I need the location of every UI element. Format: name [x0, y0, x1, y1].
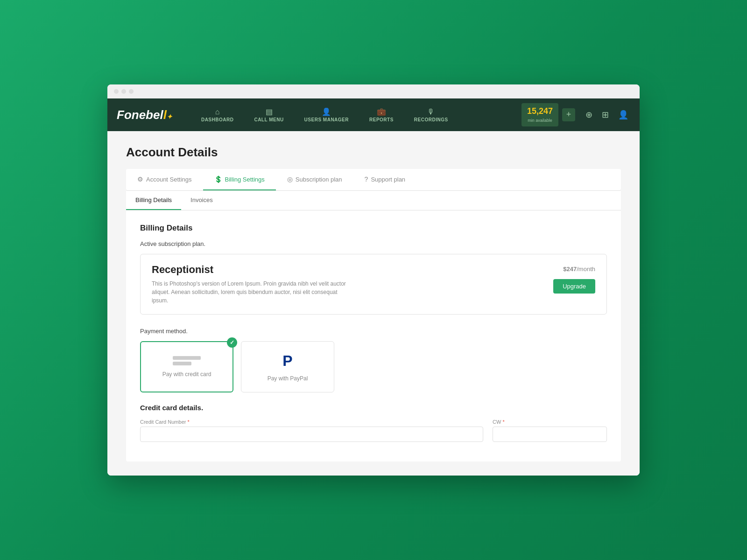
cc-number-label: Credit Card Number * — [140, 419, 483, 425]
plan-name: Receptionist — [152, 264, 348, 276]
nav-items: ⌂ DASHBOARD ▤ CALL MENU 👤 USERS MANAGER … — [191, 98, 521, 131]
credit-card-icon — [173, 356, 201, 365]
plan-desc: This is Photoshop's version of Lorem Ips… — [152, 280, 348, 305]
paypal-icon: P — [282, 352, 292, 370]
nav-label-call-menu: CALL MENU — [254, 117, 283, 122]
subscription-plan-icon: ◎ — [287, 175, 293, 183]
cc-details-title: Credit card details. — [140, 404, 607, 412]
payment-option-paypal[interactable]: P Pay with PayPal — [241, 341, 334, 392]
tab-label-support-plan: Support plan — [371, 176, 405, 183]
tab-subscription-plan[interactable]: ◎ Subscription plan — [276, 169, 353, 190]
main-tabs: ⚙ Account Settings 💲 Billing Settings ◎ … — [126, 169, 621, 191]
paypal-label: Pay with PayPal — [268, 375, 308, 382]
nav-item-users-manager[interactable]: 👤 USERS MANAGER — [294, 98, 359, 131]
logo-accent: l — [163, 108, 167, 122]
cc-strip-short — [173, 362, 191, 365]
reports-icon: 💼 — [377, 107, 386, 116]
nav-right: 15,247 min available + ⊕ ⊞ 👤 — [521, 103, 630, 127]
nav-action-icons: ⊕ ⊞ 👤 — [579, 108, 630, 122]
cc-number-required: * — [187, 419, 189, 425]
min-count: 15,247 — [527, 106, 553, 117]
sub-tab-invoices[interactable]: Invoices — [181, 191, 222, 210]
sub-tabs: Billing Details Invoices — [126, 191, 621, 210]
plan-info: Receptionist This is Photoshop's version… — [152, 264, 348, 305]
tab-label-account-settings: Account Settings — [146, 176, 192, 183]
recordings-icon: 🎙 — [427, 108, 435, 116]
logo: Fonebell✦ — [117, 108, 172, 122]
nav-item-dashboard[interactable]: ⌂ DASHBOARD — [191, 98, 244, 131]
add-minutes-button[interactable]: + — [562, 108, 575, 121]
user-profile-icon-button[interactable]: 👤 — [616, 108, 630, 122]
cw-input[interactable] — [493, 427, 607, 442]
browser-dot-green — [129, 89, 134, 94]
min-label: min available — [528, 118, 552, 123]
cw-label: CW * — [493, 419, 607, 425]
tab-billing-settings[interactable]: 💲 Billing Settings — [203, 169, 276, 190]
plan-price: $247/month — [563, 264, 595, 273]
tab-account-settings[interactable]: ⚙ Account Settings — [126, 169, 203, 190]
browser-window: Fonebell✦ ⌂ DASHBOARD ▤ CALL MENU 👤 USER… — [107, 84, 640, 476]
content-panel: Billing Details Active subscription plan… — [126, 210, 621, 462]
support-plan-icon: ? — [365, 175, 368, 183]
account-settings-icon: ⚙ — [137, 175, 143, 183]
paypal-p-icon: P — [282, 352, 292, 369]
cw-group: CW * — [493, 419, 607, 442]
payment-option-credit-card[interactable]: Pay with credit card — [140, 341, 233, 392]
cc-number-group: Credit Card Number * — [140, 419, 483, 442]
nav-label-reports: REPORTS — [369, 117, 394, 122]
subscription-card: Receptionist This is Photoshop's version… — [140, 254, 607, 315]
nav-item-reports[interactable]: 💼 REPORTS — [359, 98, 404, 131]
cw-required: * — [502, 419, 504, 425]
page-title: Account Details — [126, 145, 621, 160]
dashboard-icon: ⌂ — [215, 108, 220, 116]
logo-icon: ✦ — [167, 113, 172, 120]
tab-label-billing-settings: Billing Settings — [225, 176, 265, 183]
browser-chrome — [107, 84, 640, 98]
plan-price-amount: $247 — [563, 266, 577, 273]
browser-dot-yellow — [121, 89, 126, 94]
cc-form-row: Credit Card Number * CW * — [140, 419, 607, 442]
billing-settings-icon: 💲 — [214, 175, 222, 183]
credit-card-label: Pay with credit card — [162, 371, 211, 378]
call-menu-icon: ▤ — [266, 107, 273, 116]
nav-label-dashboard: DASHBOARD — [201, 117, 234, 122]
plan-price-period: /month — [577, 266, 595, 273]
cc-details-section: Credit card details. Credit Card Number … — [140, 404, 607, 442]
settings-grid-icon-button[interactable]: ⊞ — [600, 108, 611, 122]
cc-strip-full — [173, 356, 201, 360]
globe-icon-button[interactable]: ⊕ — [584, 108, 594, 122]
nav-item-call-menu[interactable]: ▤ CALL MENU — [244, 98, 294, 131]
cc-number-input[interactable] — [140, 427, 483, 442]
payment-section: Payment method. Pay with credit card P — [140, 328, 607, 392]
payment-label: Payment method. — [140, 328, 607, 335]
sub-tab-billing-details[interactable]: Billing Details — [126, 191, 181, 210]
sub-tab-billing-details-label: Billing Details — [135, 196, 172, 203]
sub-tab-invoices-label: Invoices — [190, 196, 213, 203]
plan-right: $247/month Upgrade — [553, 264, 595, 294]
users-manager-icon: 👤 — [322, 107, 331, 116]
nav-label-users-manager: USERS MANAGER — [304, 117, 349, 122]
upgrade-button[interactable]: Upgrade — [553, 279, 595, 294]
nav-label-recordings: RECORDINGS — [414, 117, 448, 122]
nav-item-recordings[interactable]: 🎙 RECORDINGS — [404, 98, 458, 131]
min-available-badge: 15,247 min available — [521, 103, 558, 127]
tab-label-subscription-plan: Subscription plan — [296, 176, 342, 183]
subscription-label: Active subscription plan. — [140, 240, 607, 247]
billing-details-title: Billing Details — [140, 224, 607, 233]
browser-dot-red — [114, 89, 119, 94]
payment-options: Pay with credit card P Pay with PayPal — [140, 341, 607, 392]
tab-support-plan[interactable]: ? Support plan — [353, 169, 417, 190]
navbar: Fonebell✦ ⌂ DASHBOARD ▤ CALL MENU 👤 USER… — [107, 98, 640, 131]
main-content: Account Details ⚙ Account Settings 💲 Bil… — [107, 131, 640, 476]
